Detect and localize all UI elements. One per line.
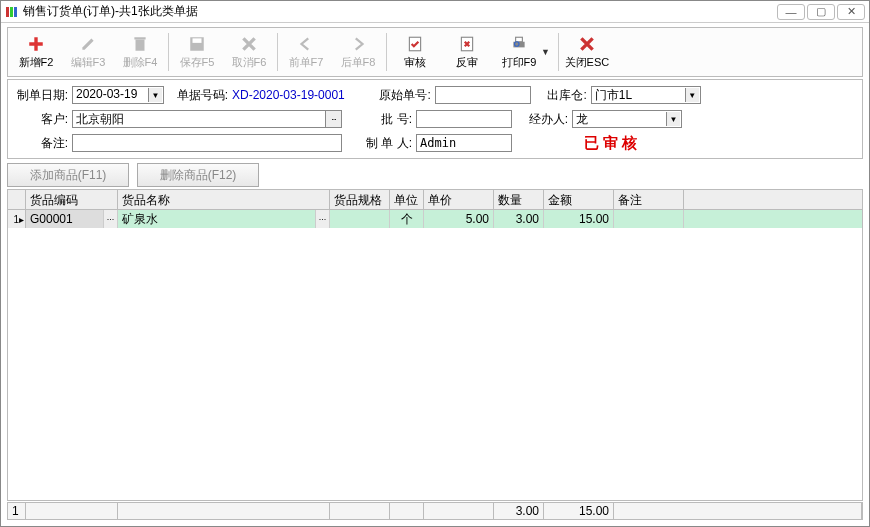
chevron-down-icon: ▼ xyxy=(148,88,162,102)
window-title: 销售订货单(订单)-共1张此类单据 xyxy=(23,3,777,20)
customer-input[interactable] xyxy=(72,110,326,128)
titlebar: 销售订货单(订单)-共1张此类单据 — ▢ ✕ xyxy=(1,1,869,23)
warehouse-label: 出库仓: xyxy=(541,87,591,104)
save-icon xyxy=(188,35,206,53)
chevron-down-icon: ▼ xyxy=(685,88,699,102)
print-dropdown-arrow[interactable]: ▼ xyxy=(541,47,550,57)
cell-spec[interactable] xyxy=(330,210,390,228)
batch-input[interactable] xyxy=(416,110,512,128)
col-spec[interactable]: 货品规格 xyxy=(330,190,390,209)
row-indicator: 1▸ xyxy=(8,210,26,228)
col-unit[interactable]: 单位 xyxy=(390,190,424,209)
code-lookup-button[interactable]: ··· xyxy=(104,210,118,228)
product-grid: 货品编码 货品名称 货品规格 单位 单价 数量 金额 备注 1▸ G00001 … xyxy=(7,189,863,501)
col-code[interactable]: 货品编码 xyxy=(26,190,118,209)
close-icon xyxy=(578,35,596,53)
table-row[interactable]: 1▸ G00001 ··· 矿泉水 ··· 个 5.00 3.00 15.00 xyxy=(8,210,862,228)
remark-input[interactable] xyxy=(72,134,342,152)
footer-amount: 15.00 xyxy=(544,503,614,519)
cancel-button[interactable]: 取消F6 xyxy=(223,30,275,74)
svg-rect-10 xyxy=(516,37,523,42)
prev-button[interactable]: 前单F7 xyxy=(280,30,332,74)
delete-button[interactable]: 删除F4 xyxy=(114,30,166,74)
svg-rect-3 xyxy=(136,39,145,50)
origno-input[interactable] xyxy=(435,86,531,104)
app-icon xyxy=(5,5,19,19)
svg-rect-0 xyxy=(6,7,9,17)
add-product-button[interactable]: 添加商品(F11) xyxy=(7,163,129,187)
svg-rect-1 xyxy=(10,7,13,17)
maximize-button[interactable]: ▢ xyxy=(807,4,835,20)
next-button[interactable]: 后单F8 xyxy=(332,30,384,74)
close-window-button[interactable]: ✕ xyxy=(837,4,865,20)
col-remark[interactable]: 备注 xyxy=(614,190,684,209)
footer-totals: 1 3.00 15.00 xyxy=(7,502,863,520)
cell-code[interactable]: G00001 xyxy=(26,210,104,228)
customer-label: 客户: xyxy=(14,111,72,128)
plus-icon xyxy=(27,35,45,53)
cell-remark[interactable] xyxy=(614,210,684,228)
cell-name[interactable]: 矿泉水 xyxy=(118,210,316,228)
col-name[interactable]: 货品名称 xyxy=(118,190,330,209)
undo-doc-icon xyxy=(458,35,476,53)
origno-label: 原始单号: xyxy=(367,87,435,104)
col-price[interactable]: 单价 xyxy=(424,190,494,209)
handler-select[interactable]: 龙▼ xyxy=(572,110,682,128)
check-doc-icon xyxy=(406,35,424,53)
billno-label: 单据号码: xyxy=(170,87,232,104)
minimize-button[interactable]: — xyxy=(777,4,805,20)
toolbar: 新增F2 编辑F3 删除F4 保存F5 取消F6 前单F7 后单F8 xyxy=(7,27,863,77)
unaudit-button[interactable]: 反审 xyxy=(441,30,493,74)
svg-rect-4 xyxy=(134,37,145,39)
close-button[interactable]: 关闭ESC xyxy=(561,30,613,74)
delete-product-button[interactable]: 删除商品(F12) xyxy=(137,163,259,187)
date-input[interactable]: 2020-03-19▼ xyxy=(72,86,164,104)
footer-idx: 1 xyxy=(8,503,26,519)
audit-button[interactable]: 审核 xyxy=(389,30,441,74)
col-qty[interactable]: 数量 xyxy=(494,190,544,209)
svg-rect-2 xyxy=(14,7,17,17)
save-button[interactable]: 保存F5 xyxy=(171,30,223,74)
edit-icon xyxy=(79,35,97,53)
footer-qty: 3.00 xyxy=(494,503,544,519)
name-lookup-button[interactable]: ··· xyxy=(316,210,330,228)
edit-button[interactable]: 编辑F3 xyxy=(62,30,114,74)
print-icon xyxy=(510,35,528,53)
arrow-right-icon xyxy=(349,35,367,53)
col-amount[interactable]: 金额 xyxy=(544,190,614,209)
cancel-icon xyxy=(240,35,258,53)
status-approved: 已审核 xyxy=(584,134,641,153)
print-button[interactable]: 打印F9 xyxy=(493,30,545,74)
arrow-left-icon xyxy=(297,35,315,53)
new-button[interactable]: 新增F2 xyxy=(10,30,62,74)
trash-icon xyxy=(131,35,149,53)
svg-rect-6 xyxy=(193,38,202,43)
maker-input[interactable] xyxy=(416,134,512,152)
warehouse-select[interactable]: 门市1L▼ xyxy=(591,86,701,104)
cell-unit[interactable]: 个 xyxy=(390,210,424,228)
remark-label: 备注: xyxy=(14,135,72,152)
cell-amount[interactable]: 15.00 xyxy=(544,210,614,228)
maker-label: 制 单 人: xyxy=(348,135,416,152)
handler-label: 经办人: xyxy=(522,111,572,128)
form-area: 制单日期: 2020-03-19▼ 单据号码: XD-2020-03-19-00… xyxy=(7,79,863,159)
cell-price[interactable]: 5.00 xyxy=(424,210,494,228)
batch-label: 批 号: xyxy=(348,111,416,128)
chevron-down-icon: ▼ xyxy=(666,112,680,126)
cell-qty[interactable]: 3.00 xyxy=(494,210,544,228)
date-label: 制单日期: xyxy=(14,87,72,104)
billno-value: XD-2020-03-19-0001 xyxy=(232,88,345,102)
customer-lookup-button[interactable]: ··· xyxy=(326,110,342,128)
